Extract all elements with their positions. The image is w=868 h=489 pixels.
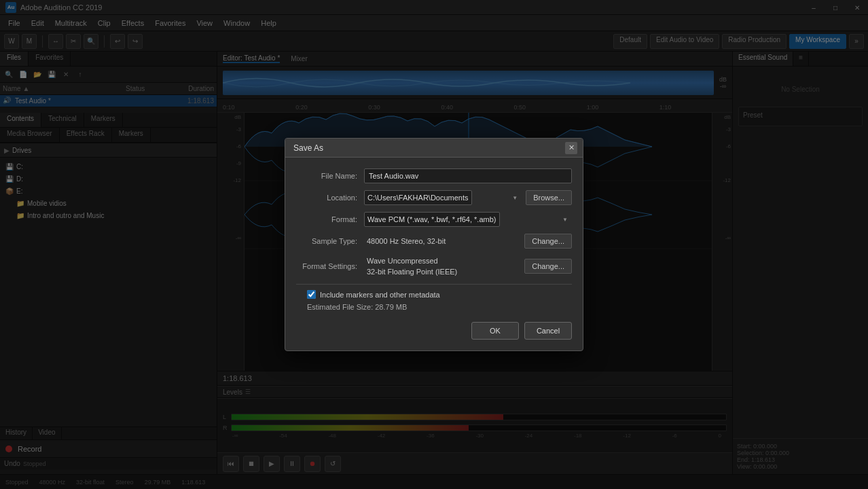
file-name-input[interactable] — [364, 168, 572, 183]
format-settings-value: Wave Uncompressed 32-bit Floating Point … — [364, 255, 520, 277]
format-select-wrapper: Wave PCM (*.wav, *.bwf, *.rf64, *.amb) — [364, 212, 572, 227]
format-settings-line2: 32-bit Floating Point (IEEE) — [367, 266, 518, 277]
dialog-label-filename: File Name: — [296, 172, 364, 180]
ok-button[interactable]: OK — [471, 322, 519, 340]
dialog-row-filename: File Name: — [296, 168, 572, 183]
dialog-titlebar: Save As ✕ — [285, 139, 583, 158]
change-sample-button[interactable]: Change... — [524, 234, 572, 249]
estimated-size: Estimated File Size: 28.79 MB — [296, 303, 572, 311]
cancel-button[interactable]: Cancel — [524, 322, 572, 340]
format-settings-line1: Wave Uncompressed — [367, 255, 518, 266]
dialog-label-format-settings: Format Settings: — [296, 262, 364, 270]
dialog-label-format: Format: — [296, 215, 364, 223]
sample-type-value: 48000 Hz Stereo, 32-bit — [364, 237, 520, 245]
save-dialog: Save As ✕ File Name: Location: C:\Users\… — [285, 138, 583, 351]
format-select[interactable]: Wave PCM (*.wav, *.bwf, *.rf64, *.amb) — [364, 212, 500, 227]
change-format-button[interactable]: Change... — [524, 259, 572, 274]
dialog-overlay: Save As ✕ File Name: Location: C:\Users\… — [0, 0, 868, 489]
location-select-wrapper: C:\Users\FAKHAR\Documents — [364, 190, 522, 205]
dialog-row-format: Format: Wave PCM (*.wav, *.bwf, *.rf64, … — [296, 212, 572, 227]
browse-button[interactable]: Browse... — [526, 190, 572, 205]
dialog-footer: OK Cancel — [296, 319, 572, 340]
dialog-body: File Name: Location: C:\Users\FAKHAR\Doc… — [285, 158, 583, 350]
include-metadata-label[interactable]: Include markers and other metadata — [320, 291, 440, 299]
dialog-row-location: Location: C:\Users\FAKHAR\Documents Brow… — [296, 190, 572, 205]
dialog-checkbox-row: Include markers and other metadata — [296, 290, 572, 299]
location-select[interactable]: C:\Users\FAKHAR\Documents — [364, 190, 472, 205]
dialog-row-format-settings: Format Settings: Wave Uncompressed 32-bi… — [296, 255, 572, 277]
include-metadata-checkbox[interactable] — [307, 290, 316, 299]
dialog-close-button[interactable]: ✕ — [565, 142, 577, 154]
dialog-label-sample-type: Sample Type: — [296, 237, 364, 245]
dialog-row-sample-type: Sample Type: 48000 Hz Stereo, 32-bit Cha… — [296, 234, 572, 249]
dialog-separator — [296, 284, 572, 285]
dialog-title: Save As — [293, 143, 565, 153]
dialog-label-location: Location: — [296, 194, 364, 202]
